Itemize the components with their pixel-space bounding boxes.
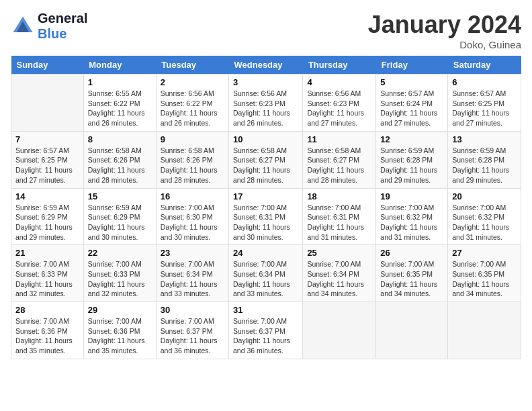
day-info: Sunrise: 6:55 AM Sunset: 6:22 PM Dayligh… [88, 89, 152, 128]
day-number: 7 [15, 134, 79, 144]
calendar-cell: 24Sunrise: 7:00 AM Sunset: 6:34 PM Dayli… [229, 245, 303, 302]
weekday-header-monday: Monday [83, 56, 156, 75]
day-info: Sunrise: 7:00 AM Sunset: 6:32 PM Dayligh… [452, 203, 517, 242]
calendar-cell: 25Sunrise: 7:00 AM Sunset: 6:34 PM Dayli… [303, 245, 376, 302]
calendar-cell: 17Sunrise: 7:00 AM Sunset: 6:31 PM Dayli… [229, 188, 303, 245]
day-info: Sunrise: 6:58 AM Sunset: 6:27 PM Dayligh… [307, 146, 371, 185]
day-number: 31 [233, 305, 298, 315]
weekday-header-wednesday: Wednesday [229, 56, 303, 75]
calendar-cell: 10Sunrise: 6:58 AM Sunset: 6:27 PM Dayli… [229, 131, 303, 188]
day-number: 18 [307, 191, 371, 201]
day-number: 30 [161, 305, 224, 315]
calendar-body: 1Sunrise: 6:55 AM Sunset: 6:22 PM Daylig… [11, 75, 521, 359]
day-number: 15 [88, 191, 152, 201]
day-info: Sunrise: 7:00 AM Sunset: 6:35 PM Dayligh… [380, 259, 443, 299]
calendar-cell: 14Sunrise: 6:59 AM Sunset: 6:29 PM Dayli… [11, 188, 84, 245]
day-info: Sunrise: 7:00 AM Sunset: 6:31 PM Dayligh… [233, 203, 298, 242]
day-number: 16 [161, 191, 224, 201]
day-info: Sunrise: 6:56 AM Sunset: 6:22 PM Dayligh… [161, 89, 224, 128]
calendar-cell: 29Sunrise: 7:00 AM Sunset: 6:36 PM Dayli… [83, 302, 156, 359]
day-info: Sunrise: 6:58 AM Sunset: 6:27 PM Dayligh… [233, 146, 298, 185]
calendar-cell: 5Sunrise: 6:57 AM Sunset: 6:24 PM Daylig… [376, 75, 448, 132]
calendar-cell: 28Sunrise: 7:00 AM Sunset: 6:36 PM Dayli… [11, 302, 84, 359]
day-number: 14 [15, 191, 79, 201]
day-info: Sunrise: 6:58 AM Sunset: 6:26 PM Dayligh… [88, 146, 152, 185]
calendar-table: SundayMondayTuesdayWednesdayThursdayFrid… [11, 56, 521, 359]
day-number: 8 [88, 134, 152, 144]
calendar-cell: 7Sunrise: 6:57 AM Sunset: 6:25 PM Daylig… [11, 131, 84, 188]
day-info: Sunrise: 7:00 AM Sunset: 6:34 PM Dayligh… [161, 259, 224, 299]
calendar-cell: 22Sunrise: 7:00 AM Sunset: 6:33 PM Dayli… [83, 245, 156, 302]
calendar-week-row: 21Sunrise: 7:00 AM Sunset: 6:33 PM Dayli… [11, 245, 521, 302]
calendar-cell: 31Sunrise: 7:00 AM Sunset: 6:37 PM Dayli… [229, 302, 303, 359]
day-info: Sunrise: 7:00 AM Sunset: 6:37 PM Dayligh… [161, 316, 224, 356]
calendar-cell: 1Sunrise: 6:55 AM Sunset: 6:22 PM Daylig… [83, 75, 156, 132]
day-info: Sunrise: 7:00 AM Sunset: 6:31 PM Dayligh… [307, 203, 371, 242]
day-number: 5 [380, 77, 443, 87]
day-number: 27 [452, 248, 517, 258]
calendar-cell: 16Sunrise: 7:00 AM Sunset: 6:30 PM Dayli… [156, 188, 228, 245]
calendar-cell: 6Sunrise: 6:57 AM Sunset: 6:25 PM Daylig… [448, 75, 521, 132]
calendar-cell: 21Sunrise: 7:00 AM Sunset: 6:33 PM Dayli… [11, 245, 84, 302]
calendar-cell: 15Sunrise: 6:59 AM Sunset: 6:29 PM Dayli… [83, 188, 156, 245]
day-number: 25 [307, 248, 371, 258]
day-info: Sunrise: 6:59 AM Sunset: 6:29 PM Dayligh… [88, 203, 152, 242]
day-number: 2 [161, 77, 224, 87]
day-number: 6 [452, 77, 517, 87]
weekday-header-sunday: Sunday [11, 56, 84, 75]
calendar-cell [303, 302, 376, 359]
day-number: 4 [307, 77, 371, 87]
calendar-week-row: 14Sunrise: 6:59 AM Sunset: 6:29 PM Dayli… [11, 188, 521, 245]
calendar-cell: 4Sunrise: 6:56 AM Sunset: 6:23 PM Daylig… [303, 75, 376, 132]
day-info: Sunrise: 7:00 AM Sunset: 6:36 PM Dayligh… [15, 316, 79, 356]
day-number: 28 [15, 305, 79, 315]
day-number: 13 [452, 134, 517, 144]
day-info: Sunrise: 7:00 AM Sunset: 6:34 PM Dayligh… [233, 259, 298, 299]
calendar-week-row: 28Sunrise: 7:00 AM Sunset: 6:36 PM Dayli… [11, 302, 521, 359]
calendar-cell: 11Sunrise: 6:58 AM Sunset: 6:27 PM Dayli… [303, 131, 376, 188]
calendar-cell: 23Sunrise: 7:00 AM Sunset: 6:34 PM Dayli… [156, 245, 228, 302]
calendar-cell: 9Sunrise: 6:58 AM Sunset: 6:26 PM Daylig… [156, 131, 228, 188]
day-info: Sunrise: 7:00 AM Sunset: 6:34 PM Dayligh… [307, 259, 371, 299]
day-number: 19 [380, 191, 443, 201]
day-info: Sunrise: 6:59 AM Sunset: 6:29 PM Dayligh… [15, 203, 79, 242]
day-info: Sunrise: 6:59 AM Sunset: 6:28 PM Dayligh… [452, 146, 517, 185]
calendar-cell: 30Sunrise: 7:00 AM Sunset: 6:37 PM Dayli… [156, 302, 228, 359]
day-number: 11 [307, 134, 371, 144]
day-number: 12 [380, 134, 443, 144]
day-info: Sunrise: 7:00 AM Sunset: 6:35 PM Dayligh… [452, 259, 517, 299]
day-info: Sunrise: 6:58 AM Sunset: 6:26 PM Dayligh… [161, 146, 224, 185]
day-info: Sunrise: 6:59 AM Sunset: 6:28 PM Dayligh… [380, 146, 443, 185]
day-info: Sunrise: 7:00 AM Sunset: 6:37 PM Dayligh… [233, 316, 298, 356]
calendar-cell: 19Sunrise: 7:00 AM Sunset: 6:32 PM Dayli… [376, 188, 448, 245]
calendar-week-row: 7Sunrise: 6:57 AM Sunset: 6:25 PM Daylig… [11, 131, 521, 188]
day-number: 20 [452, 191, 517, 201]
day-number: 23 [161, 248, 224, 258]
logo-icon [11, 14, 35, 38]
logo-text: General Blue [38, 11, 87, 42]
calendar-cell: 18Sunrise: 7:00 AM Sunset: 6:31 PM Dayli… [303, 188, 376, 245]
month-title: January 2024 [368, 11, 521, 39]
calendar-cell: 26Sunrise: 7:00 AM Sunset: 6:35 PM Dayli… [376, 245, 448, 302]
day-number: 3 [233, 77, 298, 87]
calendar-cell: 3Sunrise: 6:56 AM Sunset: 6:23 PM Daylig… [229, 75, 303, 132]
day-info: Sunrise: 7:00 AM Sunset: 6:30 PM Dayligh… [161, 203, 224, 242]
day-number: 29 [88, 305, 152, 315]
location: Doko, Guinea [368, 39, 521, 50]
day-number: 1 [88, 77, 152, 87]
page-header: General Blue January 2024 Doko, Guinea [11, 11, 521, 50]
calendar-cell: 20Sunrise: 7:00 AM Sunset: 6:32 PM Dayli… [448, 188, 521, 245]
day-number: 17 [233, 191, 298, 201]
calendar-cell [376, 302, 448, 359]
calendar-cell: 27Sunrise: 7:00 AM Sunset: 6:35 PM Dayli… [448, 245, 521, 302]
day-info: Sunrise: 6:56 AM Sunset: 6:23 PM Dayligh… [307, 89, 371, 128]
weekday-header-friday: Friday [376, 56, 448, 75]
calendar-header-row: SundayMondayTuesdayWednesdayThursdayFrid… [11, 56, 521, 75]
calendar-cell: 8Sunrise: 6:58 AM Sunset: 6:26 PM Daylig… [83, 131, 156, 188]
calendar-week-row: 1Sunrise: 6:55 AM Sunset: 6:22 PM Daylig… [11, 75, 521, 132]
day-info: Sunrise: 6:57 AM Sunset: 6:24 PM Dayligh… [380, 89, 443, 128]
day-info: Sunrise: 6:57 AM Sunset: 6:25 PM Dayligh… [452, 89, 517, 128]
calendar-cell: 12Sunrise: 6:59 AM Sunset: 6:28 PM Dayli… [376, 131, 448, 188]
weekday-header-saturday: Saturday [448, 56, 521, 75]
logo: General Blue [11, 11, 87, 42]
